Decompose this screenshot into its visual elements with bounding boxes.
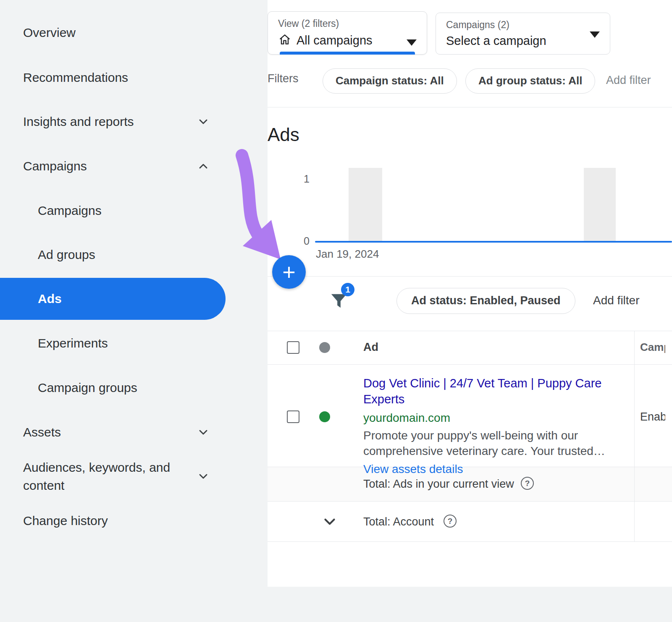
filter-count-badge: 1 (341, 283, 354, 296)
sidebar-item-insights-and-reports[interactable]: Insights and reports (0, 101, 268, 143)
plus-icon: + (282, 259, 296, 285)
campaign-selector-label: Campaigns (2) (446, 19, 600, 31)
campaign-selector-value: Select a campaign (446, 34, 546, 48)
sidebar-item-label: Assets (23, 425, 61, 439)
column-header-campaign: Campaign (640, 341, 665, 354)
sidebar-item-label: Insights and reports (23, 115, 134, 129)
ad-description: Promote your puppy's well-being with our… (363, 428, 624, 460)
view-switcher-dropdown[interactable]: View (2 filters) All campaigns (268, 11, 427, 55)
divider (268, 276, 672, 277)
google-ads-screen: Overview Recommendations Insights and re… (0, 0, 672, 622)
footer-area (268, 587, 672, 622)
column-header-ad: Ad (363, 341, 378, 354)
divider (268, 501, 672, 502)
divider (268, 107, 672, 107)
ad-display-url: yourdomain.com (363, 411, 632, 425)
sidebar-item-label: Overview (23, 26, 76, 40)
chevron-down-icon[interactable] (321, 513, 339, 531)
sidebar-item-change-history[interactable]: Change history (0, 500, 268, 542)
chart-series-line (315, 241, 672, 243)
sidebar-item-label: Audiences, keywords, and content (23, 458, 195, 495)
chart-column-highlight (584, 168, 616, 241)
status-dot-icon (319, 342, 330, 353)
row-checkbox[interactable] (287, 410, 299, 423)
sidebar-item-experiments[interactable]: Experiments (0, 322, 268, 364)
sidebar-item-label: Ads (38, 292, 62, 306)
sidebar-item-ad-groups[interactable]: Ad groups (0, 234, 268, 276)
dropdown-caret-icon (407, 39, 417, 46)
sidebar-item-assets[interactable]: Assets (0, 411, 268, 453)
sidebar-item-campaigns-section[interactable]: Campaigns (0, 145, 268, 187)
chart-column-highlight (349, 168, 382, 241)
sidebar-item-label: Campaigns (23, 159, 87, 173)
select-all-checkbox[interactable] (287, 341, 299, 354)
column-divider (634, 331, 635, 541)
add-filter-button[interactable]: Add filter (606, 74, 651, 87)
divider (268, 541, 672, 542)
divider (268, 331, 672, 331)
filters-label: Filters (268, 72, 299, 85)
filter-pill-ad-group-status[interactable]: Ad group status: All (465, 68, 595, 94)
sidebar-item-label: Experiments (38, 336, 108, 350)
sidebar-item-recommendations[interactable]: Recommendations (0, 57, 268, 99)
active-view-indicator (280, 52, 415, 55)
view-assets-details-link[interactable]: View assets details (363, 463, 463, 476)
sidebar-item-label: Recommendations (23, 71, 128, 85)
sidebar-item-label: Campaign groups (38, 381, 137, 395)
sidebar-item-audiences-keywords-content[interactable]: Audiences, keywords, and content (0, 455, 268, 497)
chart-y-tick: 0 (291, 235, 310, 247)
chevron-up-icon (197, 159, 210, 173)
ad-status-cell: Enabled (640, 410, 665, 423)
add-ad-button[interactable]: + (272, 255, 306, 289)
filter-pill-ad-status[interactable]: Ad status: Enabled, Paused (396, 288, 575, 314)
chart-x-axis-label: Jan 19, 2024 (316, 248, 379, 261)
sidebar: Overview Recommendations Insights and re… (0, 0, 268, 622)
performance-chart: 1 0 Jan 19, 2024 (268, 164, 672, 262)
sidebar-item-label: Change history (23, 514, 108, 528)
chevron-down-icon (197, 115, 210, 128)
help-icon[interactable]: ? (444, 515, 457, 528)
chevron-down-icon (197, 426, 210, 439)
ad-headline-link[interactable]: Dog Vet Clinic | 24/7 Vet Team | Puppy C… (363, 375, 624, 408)
campaign-selector-dropdown[interactable]: Campaigns (2) Select a campaign (436, 13, 610, 55)
divider (268, 364, 672, 365)
sidebar-item-overview[interactable]: Overview (0, 12, 268, 54)
total-current-view-label: Total: Ads in your current view (363, 478, 514, 491)
sidebar-item-campaigns[interactable]: Campaigns (0, 190, 268, 232)
add-filter-button[interactable]: Add filter (593, 294, 640, 307)
chart-y-tick: 1 (291, 173, 310, 185)
ad-cell: Dog Vet Clinic | 24/7 Vet Team | Puppy C… (363, 375, 632, 476)
help-icon[interactable]: ? (521, 477, 534, 490)
home-icon (278, 33, 291, 48)
sidebar-item-campaign-groups[interactable]: Campaign groups (0, 367, 268, 409)
sidebar-item-label: Ad groups (38, 248, 95, 262)
chevron-down-icon (197, 470, 210, 483)
view-switcher-label: View (2 filters) (278, 18, 417, 29)
total-account-label: Total: Account (363, 515, 434, 528)
enabled-status-dot-icon[interactable] (319, 411, 330, 422)
page-title: Ads (268, 124, 299, 145)
dropdown-caret-icon (590, 31, 600, 38)
sidebar-item-ads[interactable]: Ads (0, 278, 226, 320)
view-switcher-value: All campaigns (297, 34, 373, 47)
filter-pill-campaign-status[interactable]: Campaign status: All (323, 68, 457, 94)
sidebar-item-label: Campaigns (38, 204, 102, 218)
